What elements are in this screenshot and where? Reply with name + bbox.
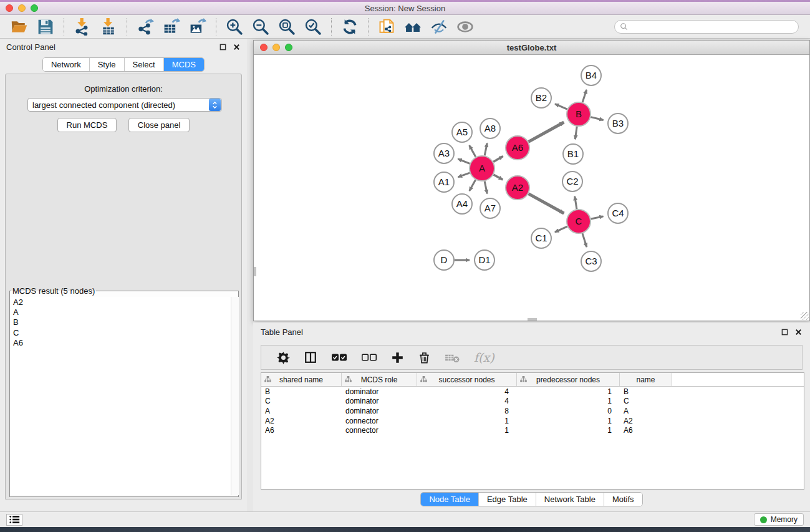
task-history-button[interactable] bbox=[6, 514, 22, 526]
table-row[interactable]: A2connector11A2 bbox=[261, 416, 804, 426]
table-cell[interactable]: 1 bbox=[417, 426, 517, 435]
network-window-titlebar[interactable]: testGlobe.txt bbox=[254, 41, 809, 55]
float-panel-icon[interactable] bbox=[219, 43, 227, 51]
close-panel-icon[interactable] bbox=[233, 43, 241, 51]
table-cell[interactable]: 0 bbox=[517, 407, 620, 415]
tab-network[interactable]: Network bbox=[43, 58, 89, 71]
table-cell[interactable]: connector bbox=[342, 426, 417, 435]
table-row[interactable]: A6connector11A6 bbox=[261, 425, 804, 435]
tab-mcds[interactable]: MCDS bbox=[163, 58, 204, 71]
edge-C-C4[interactable] bbox=[591, 216, 604, 219]
search-input[interactable] bbox=[631, 22, 793, 31]
open-folder-icon[interactable] bbox=[10, 17, 29, 36]
close-panel-button[interactable]: Close panel bbox=[128, 118, 190, 132]
edge-C-C3[interactable] bbox=[582, 233, 587, 247]
table-cell[interactable]: B bbox=[261, 387, 342, 396]
table-cell[interactable]: A2 bbox=[620, 417, 672, 425]
table-cell[interactable]: 1 bbox=[517, 426, 620, 435]
table-cell[interactable]: A2 bbox=[261, 417, 342, 425]
delete-column-icon[interactable] bbox=[418, 351, 431, 364]
memory-button[interactable]: Memory bbox=[754, 513, 804, 526]
canvas-hscroll-mark[interactable] bbox=[528, 318, 537, 321]
table-cell[interactable]: dominator bbox=[342, 387, 417, 396]
edge-A-A2[interactable] bbox=[493, 175, 503, 180]
table-row[interactable]: Cdominator41C bbox=[261, 397, 804, 407]
table-cell[interactable]: 4 bbox=[417, 387, 517, 396]
table-cell[interactable]: 1 bbox=[517, 417, 620, 425]
close-table-panel-icon[interactable] bbox=[794, 328, 803, 336]
mcds-result-item[interactable]: B bbox=[11, 317, 231, 327]
table-cell[interactable]: C bbox=[261, 397, 342, 405]
import-table-icon[interactable] bbox=[99, 17, 118, 36]
table-cell[interactable]: A6 bbox=[620, 426, 672, 435]
hide-eye-icon[interactable] bbox=[430, 17, 448, 36]
mcds-result-item[interactable]: A6 bbox=[11, 338, 231, 348]
zoom-out-icon[interactable] bbox=[251, 17, 270, 36]
mcds-result-item[interactable]: A bbox=[11, 307, 231, 317]
column-header-MCDS-role[interactable]: MCDS role bbox=[342, 373, 417, 386]
edge-A2-C[interactable] bbox=[529, 194, 564, 213]
table-cell[interactable]: 1 bbox=[417, 417, 517, 425]
edge-B-B3[interactable] bbox=[591, 117, 603, 120]
edge-B-B4[interactable] bbox=[582, 90, 586, 102]
mcds-result-list[interactable]: A2ABCA6 bbox=[11, 297, 231, 495]
edge-A-A8[interactable] bbox=[485, 143, 487, 156]
column-header-predecessor-nodes[interactable]: predecessor nodes bbox=[517, 373, 620, 386]
tab-edge-table[interactable]: Edge Table bbox=[478, 493, 536, 506]
save-icon[interactable] bbox=[36, 17, 55, 36]
home-icon[interactable] bbox=[403, 17, 422, 36]
table-cell[interactable]: A6 bbox=[261, 426, 342, 435]
edge-A-A3[interactable] bbox=[458, 159, 470, 164]
export-table-icon[interactable] bbox=[162, 17, 181, 36]
edge-C-C1[interactable] bbox=[555, 226, 567, 232]
export-network-icon[interactable] bbox=[136, 17, 155, 36]
split-columns-icon[interactable] bbox=[304, 351, 317, 364]
table-cell[interactable]: 8 bbox=[417, 407, 517, 415]
table-row[interactable]: Bdominator41B bbox=[261, 387, 804, 397]
canvas-vscroll-mark[interactable] bbox=[254, 267, 256, 276]
tab-motifs[interactable]: Motifs bbox=[604, 493, 642, 506]
import-network-icon[interactable] bbox=[73, 17, 92, 36]
node-table[interactable]: shared nameMCDS rolesuccessor nodesprede… bbox=[261, 372, 804, 490]
gear-icon[interactable] bbox=[277, 351, 290, 364]
mcds-result-item[interactable]: A2 bbox=[11, 297, 231, 307]
select-all-icon[interactable] bbox=[331, 352, 347, 362]
table-cell[interactable]: A bbox=[620, 407, 672, 415]
clone-network-icon[interactable] bbox=[377, 17, 396, 36]
table-cell[interactable]: 1 bbox=[517, 397, 620, 405]
network-canvas[interactable]: AA2A6BCA1A3A4A5A7A8B1B2B3B4C1C2C3C4DD1 bbox=[254, 55, 809, 321]
delete-table-icon[interactable] bbox=[445, 352, 460, 364]
show-eye-icon[interactable] bbox=[456, 17, 475, 36]
table-cell[interactable]: dominator bbox=[342, 407, 417, 415]
table-cell[interactable]: C bbox=[620, 397, 672, 405]
edge-B-B1[interactable] bbox=[575, 127, 577, 139]
table-cell[interactable]: 1 bbox=[517, 387, 620, 396]
edge-C-C2[interactable] bbox=[575, 196, 577, 210]
float-table-panel-icon[interactable] bbox=[781, 328, 789, 336]
column-header-name[interactable]: name bbox=[620, 373, 672, 386]
column-header-successor-nodes[interactable]: successor nodes bbox=[417, 373, 517, 386]
resize-grip[interactable] bbox=[801, 312, 809, 320]
edge-A-A6[interactable] bbox=[493, 157, 503, 162]
tab-network-table[interactable]: Network Table bbox=[536, 493, 604, 506]
edge-A-A4[interactable] bbox=[470, 180, 476, 191]
table-cell[interactable]: connector bbox=[342, 417, 417, 425]
export-image-icon[interactable] bbox=[188, 17, 207, 36]
function-icon[interactable]: f(x) bbox=[474, 351, 494, 364]
table-cell[interactable]: B bbox=[620, 387, 672, 396]
network-graph[interactable]: AA2A6BCA1A3A4A5A7A8B1B2B3B4C1C2C3C4DD1 bbox=[254, 55, 809, 320]
table-cell[interactable]: dominator bbox=[342, 397, 417, 405]
criterion-dropdown[interactable]: largest connected component (directed) bbox=[27, 98, 222, 112]
edge-A-A7[interactable] bbox=[485, 181, 487, 194]
edge-A-A5[interactable] bbox=[470, 145, 476, 157]
zoom-selected-icon[interactable] bbox=[304, 17, 322, 36]
zoom-fit-icon[interactable] bbox=[277, 17, 296, 36]
add-column-icon[interactable] bbox=[391, 351, 404, 364]
tab-style[interactable]: Style bbox=[89, 58, 124, 71]
edge-B-B2[interactable] bbox=[555, 104, 567, 110]
tab-select[interactable]: Select bbox=[124, 58, 163, 71]
run-mcds-button[interactable]: Run MCDS bbox=[57, 118, 117, 132]
result-list-scrollbar[interactable] bbox=[231, 297, 239, 495]
table-cell[interactable]: A bbox=[261, 407, 342, 415]
table-row[interactable]: Adominator80A bbox=[261, 406, 804, 416]
